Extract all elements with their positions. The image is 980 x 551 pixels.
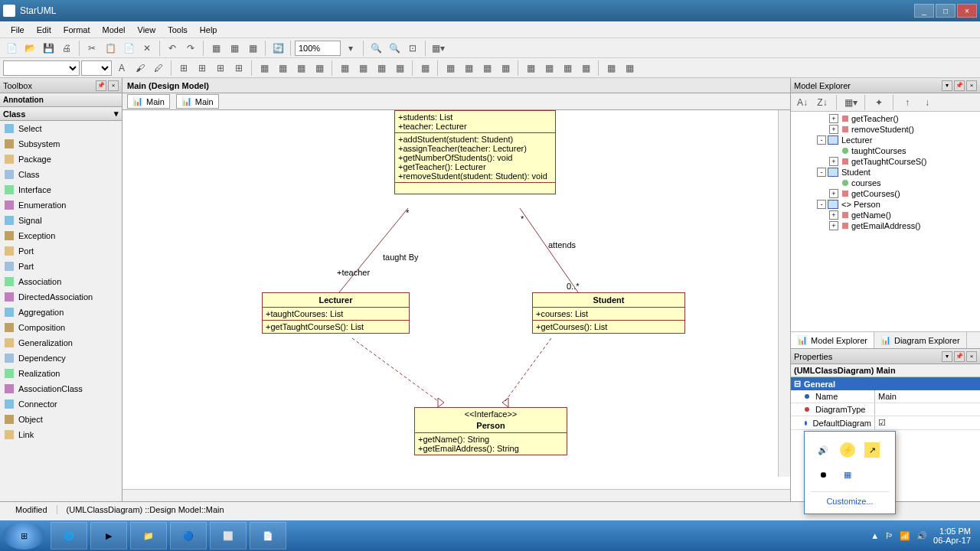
toolbox-item-enumeration[interactable]: Enumeration xyxy=(0,197,122,213)
sort-za-button[interactable]: Z↓ xyxy=(814,94,831,111)
toolbox-close-button[interactable]: × xyxy=(108,80,119,91)
tool-p[interactable]: ▦ xyxy=(559,60,576,77)
tool-b[interactable]: ▦ xyxy=(274,60,291,77)
menu-view[interactable]: View xyxy=(132,24,162,36)
canvas-hscroll[interactable] xyxy=(122,489,790,501)
toolbox-item-port[interactable]: Port xyxy=(0,243,122,259)
menu-help[interactable]: Help xyxy=(194,24,224,36)
tray-record-icon[interactable]: ⏺ xyxy=(815,467,831,482)
tool-j[interactable]: ▦ xyxy=(442,60,459,77)
uml-class-top[interactable]: +students: List +teacher: Lecturer +addS… xyxy=(394,110,556,194)
tool-o[interactable]: ▦ xyxy=(541,60,557,77)
toolbox-item-part[interactable]: Part xyxy=(0,259,122,274)
toolbox-item-subsystem[interactable]: Subsystem xyxy=(0,136,122,152)
toolbox-item-connector[interactable]: Connector xyxy=(0,396,122,412)
redo-button[interactable]: ↷ xyxy=(182,40,199,57)
align-2[interactable]: ⊞ xyxy=(194,60,211,77)
toolbox-item-dependency[interactable]: Dependency xyxy=(0,350,122,366)
tab-diagram-explorer[interactable]: 📊 Diagram Explorer xyxy=(874,332,967,348)
tree-item[interactable]: -Student xyxy=(792,167,978,178)
align-1[interactable]: ⊞ xyxy=(175,60,192,77)
zoom-in-button[interactable]: 🔍 xyxy=(368,40,384,57)
toolbox-item-exception[interactable]: Exception xyxy=(0,228,122,243)
prop-row[interactable]: DiagramType xyxy=(791,403,980,416)
model-tree[interactable]: +getTeacher()+removeStudent()-Lecturerta… xyxy=(791,112,980,331)
zoom-dropdown[interactable]: ▾ xyxy=(342,40,359,57)
tool-extra[interactable]: ▦▾ xyxy=(430,40,446,57)
tray-speaker-icon[interactable]: 🔊 xyxy=(815,442,831,458)
toolbox-item-object[interactable]: Object xyxy=(0,412,122,427)
toolbox-item-realization[interactable]: Realization xyxy=(0,366,122,381)
toolbox-item-aggregation[interactable]: Aggregation xyxy=(0,305,122,320)
line-color-button[interactable]: 🖊 xyxy=(150,60,167,77)
explorer-opts-button[interactable]: ▾ xyxy=(942,80,952,91)
canvas-vscroll[interactable] xyxy=(778,110,790,477)
tree-item[interactable]: taughtCourses xyxy=(792,145,978,156)
minimize-button[interactable]: _ xyxy=(914,4,934,18)
tool-d[interactable]: ▦ xyxy=(311,60,328,77)
new-button[interactable]: 📄 xyxy=(3,40,20,57)
toolbox-item-generalization[interactable]: Generalization xyxy=(0,335,122,350)
fill-color-button[interactable]: 🖌 xyxy=(132,60,149,77)
paste-button[interactable]: 📄 xyxy=(120,40,137,57)
tree-item[interactable]: -<> Person xyxy=(792,199,978,210)
explorer-pin-button[interactable]: 📌 xyxy=(954,80,965,91)
props-opts-button[interactable]: ▾ xyxy=(942,351,952,362)
tool-k[interactable]: ▦ xyxy=(460,60,477,77)
toolbox-item-associationclass[interactable]: AssociationClass xyxy=(0,381,122,396)
cut-button[interactable]: ✂ xyxy=(83,40,100,57)
toolbox-item-link[interactable]: Link xyxy=(0,427,122,442)
task-app[interactable]: 📄 xyxy=(250,522,286,549)
tool-n[interactable]: ▦ xyxy=(522,60,539,77)
save-button[interactable]: 💾 xyxy=(40,40,57,57)
tool-g[interactable]: ▦ xyxy=(373,60,390,77)
tool-r[interactable]: ▦ xyxy=(603,60,619,77)
tool-l[interactable]: ▦ xyxy=(479,60,495,77)
open-button[interactable]: 📂 xyxy=(21,40,38,57)
zoom-combo[interactable] xyxy=(295,41,341,56)
size-combo[interactable] xyxy=(81,60,112,76)
tool-q[interactable]: ▦ xyxy=(577,60,594,77)
tab-model-explorer[interactable]: 📊 Model Explorer xyxy=(791,332,874,348)
tray-volume-icon[interactable]: 🔊 xyxy=(916,531,927,541)
tray-network-icon[interactable]: 📶 xyxy=(900,531,910,541)
task-ie[interactable]: 🌐 xyxy=(51,522,87,549)
maximize-button[interactable]: □ xyxy=(936,4,956,18)
delete-button[interactable]: ✕ xyxy=(139,40,155,57)
align-3[interactable]: ⊞ xyxy=(212,60,229,77)
task-explorer[interactable]: 📁 xyxy=(130,522,167,549)
menu-format[interactable]: Format xyxy=(57,24,96,36)
task-staruml[interactable]: ⬜ xyxy=(210,522,247,549)
copy-button[interactable]: 📋 xyxy=(102,40,119,57)
menu-model[interactable]: Model xyxy=(96,24,132,36)
tool-s[interactable]: ▦ xyxy=(621,60,638,77)
menu-file[interactable]: File xyxy=(5,24,31,36)
menu-edit[interactable]: Edit xyxy=(31,24,57,36)
font-combo[interactable] xyxy=(3,60,80,76)
toolbox-item-package[interactable]: Package xyxy=(0,152,122,167)
tray-power-icon[interactable]: ⚡ xyxy=(840,442,855,458)
tool-e[interactable]: ▦ xyxy=(336,60,353,77)
toolbox-item-class[interactable]: Class xyxy=(0,167,122,182)
tool-1[interactable]: ▦ xyxy=(207,40,224,57)
tray-up-icon[interactable]: ▲ xyxy=(871,531,879,540)
tray-highlighted-icon[interactable]: ↗ xyxy=(864,442,880,458)
tree-item[interactable]: courses xyxy=(792,178,978,188)
tray-flag-icon[interactable]: 🏳 xyxy=(885,531,893,540)
toolbox-item-signal[interactable]: Signal xyxy=(0,213,122,228)
uml-class-lecturer[interactable]: Lecturer +taughtCourses: List +getTaught… xyxy=(262,292,410,334)
down-button[interactable]: ↓ xyxy=(919,94,936,111)
up-button[interactable]: ↑ xyxy=(899,94,916,111)
tray-customize-link[interactable]: Customize... xyxy=(811,491,889,507)
toolbox-item-interface[interactable]: Interface xyxy=(0,182,122,197)
tool-c[interactable]: ▦ xyxy=(292,60,309,77)
prop-row[interactable]: NameMain xyxy=(791,390,980,403)
tool-f[interactable]: ▦ xyxy=(354,60,371,77)
props-close-button[interactable]: × xyxy=(966,351,977,362)
tree-item[interactable]: -Lecturer xyxy=(792,135,978,145)
tree-item[interactable]: +getName() xyxy=(792,210,978,220)
explorer-close-button[interactable]: × xyxy=(966,80,977,91)
subtab-main-1[interactable]: 📊 Main xyxy=(127,94,170,109)
props-pin-button[interactable]: 📌 xyxy=(954,351,965,362)
tree-item[interactable]: +getEmailAddress() xyxy=(792,220,978,231)
